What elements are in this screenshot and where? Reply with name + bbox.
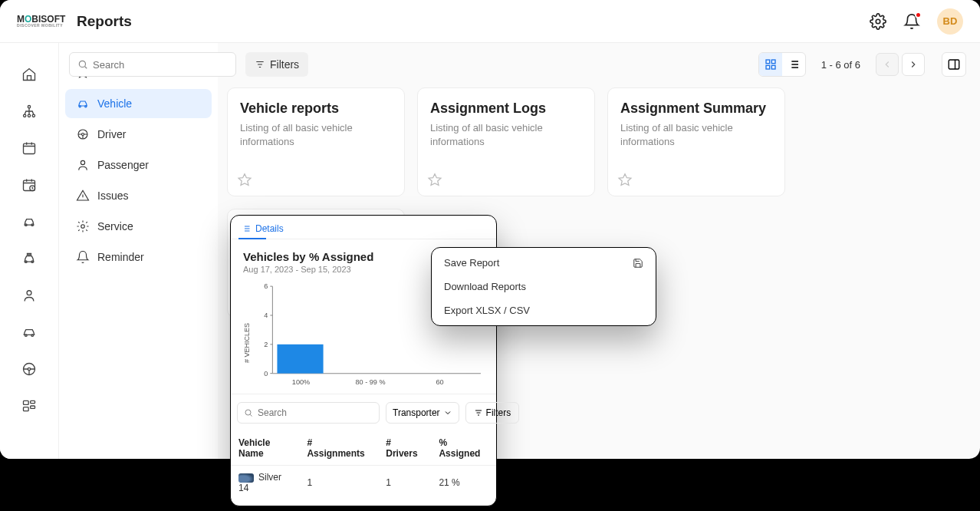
nav-car2-icon[interactable] (21, 324, 38, 341)
nav-taxi-icon[interactable] (21, 250, 38, 267)
sidebar-label: Service (97, 220, 133, 232)
details-filters-label: Filters (486, 407, 511, 418)
table-header: % Assigned (431, 431, 496, 466)
nav-home-icon[interactable] (21, 66, 38, 83)
brand-logo: MOBISOFTDISCOVER MOBILITY (17, 15, 63, 28)
svg-text:0: 0 (264, 370, 268, 377)
sidebar-label: Issues (97, 190, 128, 202)
report-card[interactable]: Assignment SummaryListing of all basic v… (607, 87, 785, 196)
sidebar-label: Reminder (97, 251, 144, 263)
svg-rect-28 (766, 60, 770, 64)
filters-label: Filters (270, 58, 299, 71)
page-prev-button[interactable] (876, 53, 899, 76)
sidebar-item-issues[interactable]: Issues (65, 181, 212, 210)
sidebar-item-driver[interactable]: Driver (65, 120, 212, 149)
notifications-icon[interactable] (903, 13, 920, 30)
details-table: Vehicle Name# Assignments# Drivers% Assi… (231, 431, 496, 499)
nav-person-icon[interactable] (21, 287, 38, 304)
primary-nav-rail (0, 43, 58, 459)
svg-rect-5 (24, 143, 35, 153)
svg-rect-19 (31, 401, 35, 403)
svg-point-3 (32, 114, 35, 117)
user-avatar[interactable]: BD (937, 8, 963, 35)
svg-point-22 (85, 106, 87, 107)
transporter-select[interactable]: Transporter (386, 402, 459, 424)
save-icon (633, 258, 643, 269)
svg-point-21 (79, 106, 81, 107)
content-toolbar: Filters 1 - 6 of 6 (69, 51, 966, 78)
favourite-toggle-icon[interactable] (427, 173, 442, 188)
svg-point-25 (81, 160, 84, 164)
details-filters-button[interactable]: Filters (465, 402, 520, 424)
nav-car-icon[interactable] (21, 213, 38, 230)
svg-point-47 (245, 410, 251, 415)
settings-icon[interactable] (870, 13, 886, 30)
sidebar-item-passenger[interactable]: Passenger (65, 150, 212, 180)
svg-rect-30 (766, 65, 770, 69)
card-title: Vehicle reports (240, 101, 392, 117)
search-box[interactable] (69, 52, 236, 77)
person-icon (76, 158, 90, 172)
sidebar-item-vehicle[interactable]: Vehicle (65, 89, 212, 118)
steering-icon (76, 127, 90, 141)
details-search-box[interactable] (237, 402, 380, 424)
card-desc: Listing of all basic vehicle information… (240, 121, 392, 148)
report-card[interactable]: Assignment LogsListing of all basic vehi… (417, 87, 595, 196)
table-row[interactable]: Silver 141121 % (231, 466, 496, 500)
filter-icon (255, 59, 265, 70)
page-title: Reports (77, 13, 132, 30)
vehicle-thumb (238, 473, 254, 483)
details-tab[interactable]: Details (231, 216, 496, 239)
favourite-toggle-icon[interactable] (237, 173, 252, 188)
favourite-toggle-icon[interactable] (617, 173, 633, 188)
details-tab-label: Details (255, 223, 284, 234)
card-desc: Listing of all basic vehicle information… (620, 121, 772, 148)
nav-org-icon[interactable] (21, 103, 38, 120)
report-categories-sidebar: Favourite Vehicle Driver Passenger Issue… (58, 43, 218, 459)
svg-point-16 (28, 368, 30, 370)
panels-toggle-button[interactable] (942, 52, 966, 77)
app-header: MOBISOFTDISCOVER MOBILITY Reports BD (0, 0, 980, 43)
table-header: Vehicle Name (231, 431, 299, 466)
search-input[interactable] (93, 59, 228, 71)
report-card[interactable]: Vehicle reportsListing of all basic vehi… (227, 87, 405, 196)
svg-rect-29 (771, 60, 775, 64)
details-search-input[interactable] (258, 407, 373, 418)
svg-point-0 (876, 19, 880, 24)
svg-point-12 (27, 291, 31, 295)
list-view-button[interactable] (782, 53, 805, 76)
table-header: # Assignments (299, 431, 378, 466)
sidebar-item-reminder[interactable]: Reminder (65, 242, 212, 272)
nav-calendar-icon[interactable] (21, 140, 38, 157)
nav-schedule-icon[interactable] (21, 176, 38, 193)
search-icon (77, 59, 88, 70)
menu-item[interactable]: Download Reports (432, 275, 656, 298)
notification-dot (915, 12, 922, 18)
svg-rect-20 (31, 406, 35, 408)
sidebar-label: Vehicle (97, 97, 132, 110)
menu-item-label: Save Report (444, 257, 499, 269)
svg-text:6: 6 (264, 282, 268, 290)
page-next-button[interactable] (902, 53, 925, 76)
menu-item[interactable]: Export XLSX / CSV (432, 298, 656, 322)
svg-point-24 (82, 134, 84, 136)
nav-modules-icon[interactable] (21, 397, 38, 414)
view-toggle (758, 52, 806, 77)
svg-rect-31 (771, 65, 775, 69)
chart-ylabel: # VEHICLES (243, 279, 251, 394)
svg-point-27 (79, 61, 85, 67)
menu-item-label: Download Reports (444, 281, 526, 292)
gear-icon (76, 219, 90, 233)
grid-view-button[interactable] (759, 53, 782, 76)
sidebar-item-service[interactable]: Service (65, 212, 212, 241)
menu-item[interactable]: Save Report (432, 251, 656, 275)
filters-button[interactable]: Filters (245, 52, 308, 77)
pagination-info: 1 - 6 of 6 (821, 59, 860, 71)
chevron-down-icon (443, 408, 452, 417)
list-icon (242, 224, 251, 233)
search-icon (244, 408, 253, 417)
svg-rect-43 (277, 345, 323, 374)
svg-text:60: 60 (436, 378, 444, 386)
car-icon (76, 97, 90, 110)
nav-steering-icon[interactable] (21, 361, 38, 377)
